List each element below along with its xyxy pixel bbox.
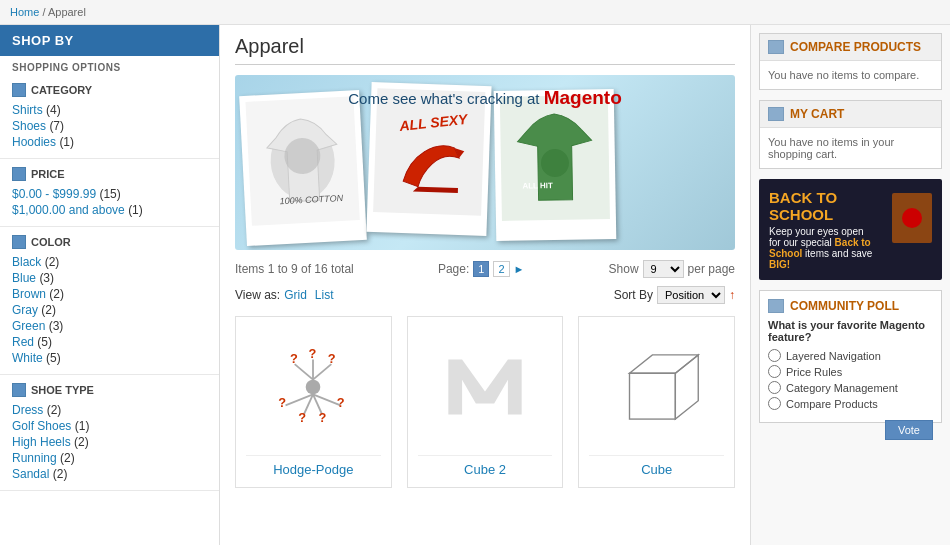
- main-content: Apparel 100% COTTON: [220, 25, 750, 545]
- school-text: Keep your eyes openfor our special Back …: [769, 226, 884, 270]
- compare-widget: COMPARE PRODUCTS You have no items to co…: [759, 33, 942, 90]
- list-item: Golf Shoes (1): [12, 418, 207, 434]
- sidebar-color: COLOR Black (2) Blue (3) Brown (2) Gray …: [0, 227, 219, 375]
- poll-radio-2[interactable]: [768, 365, 781, 378]
- cube-svg: [602, 332, 712, 442]
- poll-option-1: Layered Navigation: [768, 349, 933, 362]
- svg-text:?: ?: [278, 395, 286, 410]
- shoe-heels-link[interactable]: High Heels: [12, 435, 71, 449]
- poll-option-4: Compare Products: [768, 397, 933, 410]
- svg-marker-23: [448, 360, 521, 415]
- view-list-link[interactable]: List: [315, 288, 334, 302]
- category-shirts-link[interactable]: Shirts: [12, 103, 43, 117]
- items-bar: Items 1 to 9 of 16 total Page: 1 2 ► Sho…: [235, 260, 735, 278]
- color-header: COLOR: [31, 236, 71, 248]
- color-black-link[interactable]: Black: [12, 255, 41, 269]
- svg-marker-25: [629, 355, 698, 373]
- svg-text:ALL SEXY: ALL SEXY: [398, 110, 470, 133]
- shoe-dress-link[interactable]: Dress: [12, 403, 43, 417]
- poll-radio-1[interactable]: [768, 349, 781, 362]
- category-icon: [12, 83, 26, 97]
- list-item: Brown (2): [12, 286, 207, 302]
- color-blue-link[interactable]: Blue: [12, 271, 36, 285]
- shoe-type-list: Dress (2) Golf Shoes (1) High Heels (2) …: [12, 402, 207, 482]
- shoe-running-link[interactable]: Running: [12, 451, 57, 465]
- compare-header: COMPARE PRODUCTS: [760, 34, 941, 61]
- banner-photo-3: ALL HIT: [494, 89, 617, 241]
- cart-header: MY CART: [760, 101, 941, 128]
- price-low-count: (15): [99, 187, 120, 201]
- svg-text:?: ?: [328, 351, 336, 366]
- list-item: $0.00 - $999.99 (15): [12, 186, 207, 202]
- color-list: Black (2) Blue (3) Brown (2) Gray (2) Gr…: [12, 254, 207, 366]
- page-next-link[interactable]: ►: [514, 263, 525, 275]
- color-red-link[interactable]: Red: [12, 335, 34, 349]
- breadcrumb-home[interactable]: Home: [10, 6, 39, 18]
- list-item: $1,000.00 and above (1): [12, 202, 207, 218]
- sidebar-price: PRICE $0.00 - $999.99 (15) $1,000.00 and…: [0, 159, 219, 227]
- school-widget: BACK TO SCHOOL Keep your eyes openfor ou…: [759, 179, 942, 280]
- color-green-link[interactable]: Green: [12, 319, 45, 333]
- color-gray-link[interactable]: Gray: [12, 303, 38, 317]
- per-page-select[interactable]: 9 15 25: [643, 260, 684, 278]
- items-info: Items 1 to 9 of 16 total: [235, 262, 354, 276]
- color-brown-link[interactable]: Brown: [12, 287, 46, 301]
- category-hoodies-count: (1): [59, 135, 74, 149]
- poll-radio-4[interactable]: [768, 397, 781, 410]
- cart-body: You have no items in your shopping cart.: [760, 128, 941, 168]
- green-shirt-svg: ALL HIT: [509, 107, 601, 209]
- category-shoes-link[interactable]: Shoes: [12, 119, 46, 133]
- list-item: Green (3): [12, 318, 207, 334]
- svg-text:?: ?: [299, 410, 307, 425]
- price-high-count: (1): [128, 203, 143, 217]
- poll-option-3: Category Management: [768, 381, 933, 394]
- price-high-link[interactable]: $1,000.00 and above: [12, 203, 125, 217]
- product-name-hodge-podge[interactable]: Hodge-Podge: [246, 455, 381, 477]
- product-image-cube2: [418, 327, 553, 447]
- cart-widget: MY CART You have no items in your shoppi…: [759, 100, 942, 169]
- banner-headline: Come see what's cracking at Magento: [348, 87, 622, 109]
- product-name-cube2[interactable]: Cube 2: [418, 455, 553, 477]
- shopping-options-label: SHOPPING OPTIONS: [0, 56, 219, 75]
- list-item: Sandal (2): [12, 466, 207, 482]
- svg-text:ALL HIT: ALL HIT: [522, 181, 553, 191]
- price-list: $0.00 - $999.99 (15) $1,000.00 and above…: [12, 186, 207, 218]
- price-header: PRICE: [31, 168, 65, 180]
- list-item: Black (2): [12, 254, 207, 270]
- list-item: Gray (2): [12, 302, 207, 318]
- page-1-link[interactable]: 1: [473, 261, 489, 277]
- color-white-link[interactable]: White: [12, 351, 43, 365]
- price-icon: [12, 167, 26, 181]
- cube2-svg: [430, 332, 540, 442]
- view-sort-bar: View as: Grid List Sort By Position Name…: [235, 286, 735, 304]
- poll-header: COMMUNITY POLL: [768, 299, 933, 313]
- product-card-hodge-podge: ? ? ? ? ? ? ? Hodge-Podge: [235, 316, 392, 488]
- compare-body: You have no items to compare.: [760, 61, 941, 89]
- list-item: Shirts (4): [12, 102, 207, 118]
- list-item: Shoes (7): [12, 118, 207, 134]
- category-hoodies-link[interactable]: Hoodies: [12, 135, 56, 149]
- shoe-golf-link[interactable]: Golf Shoes: [12, 419, 71, 433]
- vote-button[interactable]: Vote: [885, 420, 933, 440]
- svg-line-11: [313, 364, 331, 380]
- price-low-link[interactable]: $0.00 - $999.99: [12, 187, 96, 201]
- sort-direction-icon[interactable]: ↑: [729, 288, 735, 302]
- poll-radio-3[interactable]: [768, 381, 781, 394]
- product-image-hodge-podge: ? ? ? ? ? ? ?: [246, 327, 381, 447]
- cart-icon: [768, 107, 784, 121]
- svg-text:?: ?: [309, 346, 317, 361]
- shoe-sandal-link[interactable]: Sandal: [12, 467, 49, 481]
- product-card-cube2: Cube 2: [407, 316, 564, 488]
- sidebar-left: SHOP BY SHOPPING OPTIONS CATEGORY: [0, 25, 220, 545]
- category-list: Shirts (4) Shoes (7) Hoodies (1): [12, 102, 207, 150]
- product-card-cube: Cube: [578, 316, 735, 488]
- sidebar-shoe-type: SHOE TYPE Dress (2) Golf Shoes (1) High …: [0, 375, 219, 491]
- list-item: Dress (2): [12, 402, 207, 418]
- sort-by-select[interactable]: Position Name Price: [657, 286, 725, 304]
- svg-line-10: [295, 364, 313, 380]
- list-item: Red (5): [12, 334, 207, 350]
- product-name-cube[interactable]: Cube: [589, 455, 724, 477]
- page-2-link[interactable]: 2: [493, 261, 509, 277]
- list-item: Blue (3): [12, 270, 207, 286]
- view-grid-link[interactable]: Grid: [284, 288, 307, 302]
